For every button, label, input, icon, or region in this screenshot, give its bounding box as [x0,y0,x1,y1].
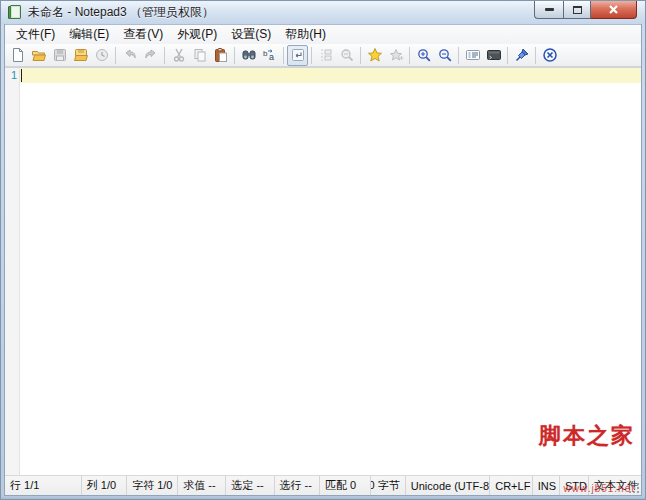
exit-button[interactable] [539,45,560,66]
toolbar-separator [234,47,235,64]
toolbar-separator [164,47,165,64]
notepad3-window: 未命名 - Notepad3 （管理员权限） 文件(F) 编辑(E) 查看(V)… [0,0,646,500]
menu-appearance[interactable]: 外观(P) [170,24,224,45]
window-title: 未命名 - Notepad3 （管理员权限） [28,4,214,21]
new-file-icon [10,47,26,63]
undo-icon [122,47,138,63]
status-selection[interactable]: 选定 -- [226,476,274,495]
status-selected-lines[interactable]: 选行 -- [275,476,320,495]
toolbar-separator [283,47,284,64]
copy-icon [192,47,208,63]
text-caret [21,69,22,82]
resize-grip[interactable] [628,482,640,494]
editor-area: 1 脚本之家 [5,67,641,475]
save-as-button[interactable] [70,45,91,66]
toolbar-separator [311,47,312,64]
exit-icon [542,47,558,63]
line-number: 1 [5,69,17,81]
save-as-icon [73,47,89,63]
app-icon [8,5,23,20]
redo-button [140,45,161,66]
title-bar[interactable]: 未命名 - Notepad3 （管理员权限） [1,1,645,24]
window-bottom-border [1,496,645,499]
favorites-button[interactable] [364,45,385,66]
close-icon [608,4,619,15]
zoom-out-button[interactable] [434,45,455,66]
find-button[interactable] [238,45,259,66]
paste-icon [213,47,229,63]
status-chars[interactable]: 字符 1/0 [127,476,178,495]
word-wrap-icon [290,47,306,63]
zoom-in-button[interactable] [413,45,434,66]
add-favorite-button [385,45,406,66]
console-icon [486,47,502,63]
pin-icon [514,47,530,63]
minimize-icon [545,8,554,11]
undo-button [119,45,140,66]
toolbar-separator [115,47,116,64]
open-file-icon [31,47,47,63]
svg-text:b: b [263,49,268,58]
status-matches[interactable]: 匹配 0 [320,476,371,495]
save-icon [52,47,68,63]
find-icon [241,47,257,63]
status-bar: 行 1/1 列 1/0 字符 1/0 求值 -- 选定 -- 选行 -- 匹配 … [5,475,641,495]
line-number-margin: 1 [5,68,20,475]
caption-buttons [534,1,637,19]
status-line[interactable]: 行 1/1 [5,476,82,495]
settings-icon [465,47,481,63]
favorites-icon [367,47,383,63]
settings-button[interactable] [462,45,483,66]
status-std-mode[interactable]: STD [560,476,589,495]
maximize-button[interactable] [563,1,591,19]
status-file-size[interactable]: 0 字节 [371,476,406,495]
pin-button[interactable] [511,45,532,66]
svg-text:a: a [269,52,274,62]
toolbar: ba [5,44,641,67]
window-content: 文件(F) 编辑(E) 查看(V) 外观(P) 设置(S) 帮助(H) [4,24,642,496]
menu-file[interactable]: 文件(F) [9,24,62,45]
menu-view[interactable]: 查看(V) [116,24,170,45]
text-editor[interactable] [20,68,641,475]
toolbar-separator [360,47,361,64]
zoom-reset-icon [339,47,355,63]
zoom-in-icon [416,47,432,63]
copy-button [189,45,210,66]
toolbar-separator [458,47,459,64]
add-favorite-icon [388,47,404,63]
toolbar-separator [535,47,536,64]
new-file-button[interactable] [7,45,28,66]
current-line-highlight [20,68,641,83]
toolbar-separator [507,47,508,64]
paste-button[interactable] [210,45,231,66]
save-button [49,45,70,66]
menu-bar: 文件(F) 编辑(E) 查看(V) 外观(P) 设置(S) 帮助(H) [5,24,641,44]
indent-guides-icon [318,47,334,63]
status-column[interactable]: 列 1/0 [82,476,127,495]
menu-edit[interactable]: 编辑(E) [62,24,116,45]
history-button [91,45,112,66]
close-button[interactable] [591,1,637,19]
cut-icon [171,47,187,63]
status-encoding[interactable]: Unicode (UTF-8) [406,476,490,495]
maximize-icon [573,6,582,14]
menu-help[interactable]: 帮助(H) [278,24,333,45]
word-wrap-button[interactable] [287,45,308,66]
console-button[interactable] [483,45,504,66]
menu-settings[interactable]: 设置(S) [224,24,278,45]
zoom-reset-button [336,45,357,66]
minimize-button[interactable] [534,1,563,19]
replace-button[interactable]: ba [259,45,280,66]
redo-icon [143,47,159,63]
indent-guides-button [315,45,336,66]
toolbar-separator [409,47,410,64]
history-icon [94,47,110,63]
status-eval[interactable]: 求值 -- [178,476,226,495]
zoom-out-icon [437,47,453,63]
cut-button [168,45,189,66]
replace-icon: ba [262,47,278,63]
status-insert-mode[interactable]: INS [533,476,560,495]
status-eol-mode[interactable]: CR+LF [490,476,532,495]
open-file-button[interactable] [28,45,49,66]
